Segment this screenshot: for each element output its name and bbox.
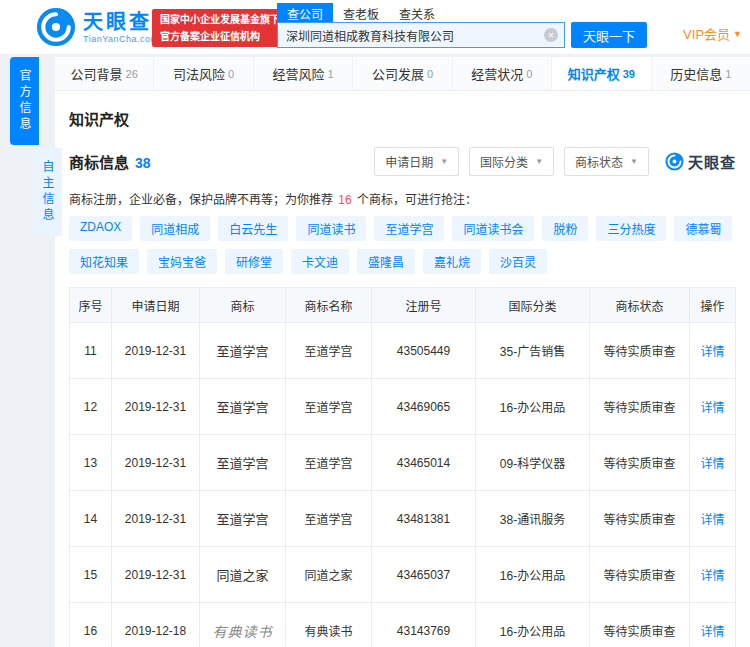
tag-item[interactable]: 知花知果	[69, 249, 139, 274]
trademark-name: 至道学宫	[286, 323, 372, 379]
nav-tab-history-info[interactable]: 历史信息1	[652, 57, 750, 90]
registration-no: 43505449	[372, 323, 476, 379]
table-row: 13 2019-12-31 至道学宫 至道学宫 43465014 09-科学仪器…	[70, 435, 736, 491]
search-button[interactable]: 天眼一下	[571, 22, 647, 48]
intl-class: 16-办公用品	[476, 603, 590, 647]
filter-intl-class[interactable]: 国际分类 ▼	[469, 147, 554, 176]
trademark-count: 38	[135, 155, 151, 171]
trademark-name: 至道学宫	[286, 435, 372, 491]
table-row: 12 2019-12-31 至道学宫 至道学宫 43469065 16-办公用品…	[70, 379, 736, 435]
filter-trademark-status[interactable]: 商标状态 ▼	[564, 147, 649, 176]
apply-date: 2019-12-31	[112, 547, 200, 603]
nav-tab-company-background[interactable]: 公司背景26	[55, 57, 154, 90]
tag-item[interactable]: ZDAOX	[69, 216, 132, 241]
trademark-name: 至道学宫	[286, 491, 372, 547]
table-row: 15 2019-12-31 同道之家 同道之家 43465037 16-办公用品…	[70, 547, 736, 603]
official-badge: 国家中小企业发展基金旗下 官方备案企业征信机构	[152, 9, 288, 47]
tab-search-boss[interactable]: 查老板	[333, 3, 389, 22]
nav-tab-intellectual-property[interactable]: 知识产权39	[552, 57, 651, 90]
tianyancha-logo[interactable]: 天眼查 TianYanCha.com	[36, 7, 159, 47]
tab-search-relation[interactable]: 查关系	[389, 3, 445, 22]
nav-tab-operation-risk[interactable]: 经营风险1	[254, 57, 353, 90]
row-no: 11	[70, 323, 112, 379]
trademark-status: 等待实质审查	[590, 435, 690, 491]
logo-text: 天眼查 TianYanCha.com	[83, 10, 159, 44]
tag-item[interactable]: 宝妈宝爸	[147, 249, 217, 274]
side-tab-self-info[interactable]: 自主信息	[33, 148, 62, 236]
apply-date: 2019-12-31	[112, 323, 200, 379]
tag-item[interactable]: 卡文迪	[291, 249, 349, 274]
trademark-section-title: 商标信息	[69, 154, 129, 171]
brand-name: 天眼查	[83, 10, 159, 34]
watermark-text: 天眼查	[688, 151, 736, 172]
vip-label: VIP会员	[683, 24, 730, 43]
chevron-down-icon: ▼	[440, 157, 448, 166]
tag-item[interactable]: 同道读书	[296, 216, 366, 241]
detail-link[interactable]: 详情	[700, 345, 724, 359]
col-header-registration-no: 注册号	[372, 288, 476, 323]
table-row: 14 2019-12-31 至道学宫 至道学宫 43481381 38-通讯服务…	[70, 491, 736, 547]
vip-menu[interactable]: VIP会员 ▼	[683, 24, 742, 43]
search-tabs: 查公司 查老板 查关系	[277, 3, 647, 22]
tag-item[interactable]: 三分热度	[596, 216, 666, 241]
apply-date: 2019-12-18	[112, 603, 200, 647]
table-header-row: 序号 申请日期 商标 商标名称 注册号 国际分类 商标状态 操作	[70, 288, 736, 323]
tag-item[interactable]: 嘉礼烷	[423, 249, 481, 274]
trademark-title-group: 商标信息38	[69, 151, 151, 172]
detail-link[interactable]: 详情	[700, 513, 724, 527]
trademark-status: 等待实质审查	[590, 603, 690, 647]
detail-link[interactable]: 详情	[700, 569, 724, 583]
tianyancha-watermark: 天眼查	[665, 151, 736, 172]
tag-item[interactable]: 脱粉	[542, 216, 588, 241]
tag-item[interactable]: 同道读书会	[452, 216, 534, 241]
intl-class: 16-办公用品	[476, 379, 590, 435]
trademark-status: 等待实质审查	[590, 323, 690, 379]
col-header-trademark: 商标	[200, 288, 286, 323]
registration-no: 43469065	[372, 379, 476, 435]
tag-item[interactable]: 沙百灵	[489, 249, 547, 274]
detail-link[interactable]: 详情	[700, 457, 724, 471]
tab-search-company[interactable]: 查公司	[277, 3, 333, 22]
chevron-down-icon: ▼	[733, 29, 742, 39]
clear-icon[interactable]: ×	[544, 28, 558, 42]
main-card: 公司背景26 司法风险0 经营风险1 公司发展0 经营状况0 知识产权39 历史…	[55, 57, 750, 647]
promo-count: 16	[338, 193, 351, 207]
trademark-status: 等待实质审查	[590, 491, 690, 547]
detail-link[interactable]: 详情	[700, 625, 724, 639]
action-cell: 详情	[690, 491, 736, 547]
filter-apply-date[interactable]: 申请日期 ▼	[374, 147, 459, 176]
col-header-trademark-name: 商标名称	[286, 288, 372, 323]
tag-item[interactable]: 白云先生	[218, 216, 288, 241]
nav-tab-company-development[interactable]: 公司发展0	[353, 57, 452, 90]
tag-item[interactable]: 盛隆昌	[357, 249, 415, 274]
apply-date: 2019-12-31	[112, 435, 200, 491]
nav-tab-judicial-risk[interactable]: 司法风险0	[154, 57, 253, 90]
search-input[interactable]	[277, 22, 565, 48]
row-no: 14	[70, 491, 112, 547]
action-cell: 详情	[690, 379, 736, 435]
tag-item[interactable]: 德慕蜀	[674, 216, 732, 241]
trademark-image: 至道学宫	[200, 379, 286, 435]
col-header-no: 序号	[70, 288, 112, 323]
action-cell: 详情	[690, 603, 736, 647]
col-header-status: 商标状态	[590, 288, 690, 323]
trademark-image: 至道学宫	[200, 435, 286, 491]
intl-class: 09-科学仪器	[476, 435, 590, 491]
search-area: 查公司 查老板 查关系 × 天眼一下	[277, 3, 647, 48]
chevron-down-icon: ▼	[535, 157, 543, 166]
action-cell: 详情	[690, 323, 736, 379]
tag-item[interactable]: 至道学宫	[374, 216, 444, 241]
tag-item[interactable]: 同道相成	[140, 216, 210, 241]
badge-line2: 官方备案企业征信机构	[160, 28, 280, 45]
trademark-name: 至道学宫	[286, 379, 372, 435]
side-tab-official-info[interactable]: 官方信息	[10, 57, 39, 145]
table-row: 11 2019-12-31 至道学宫 至道学宫 43505449 35-广告销售…	[70, 323, 736, 379]
registration-no: 43143769	[372, 603, 476, 647]
trademark-status: 等待实质审查	[590, 379, 690, 435]
recommended-trademark-tags: ZDAOX 同道相成 白云先生 同道读书 至道学宫 同道读书会 脱粉 三分热度 …	[55, 207, 750, 274]
intl-class: 16-办公用品	[476, 547, 590, 603]
trademark-image: 至道学宫	[200, 491, 286, 547]
nav-tab-operation-status[interactable]: 经营状况0	[453, 57, 552, 90]
detail-link[interactable]: 详情	[700, 401, 724, 415]
tag-item[interactable]: 研修堂	[225, 249, 283, 274]
